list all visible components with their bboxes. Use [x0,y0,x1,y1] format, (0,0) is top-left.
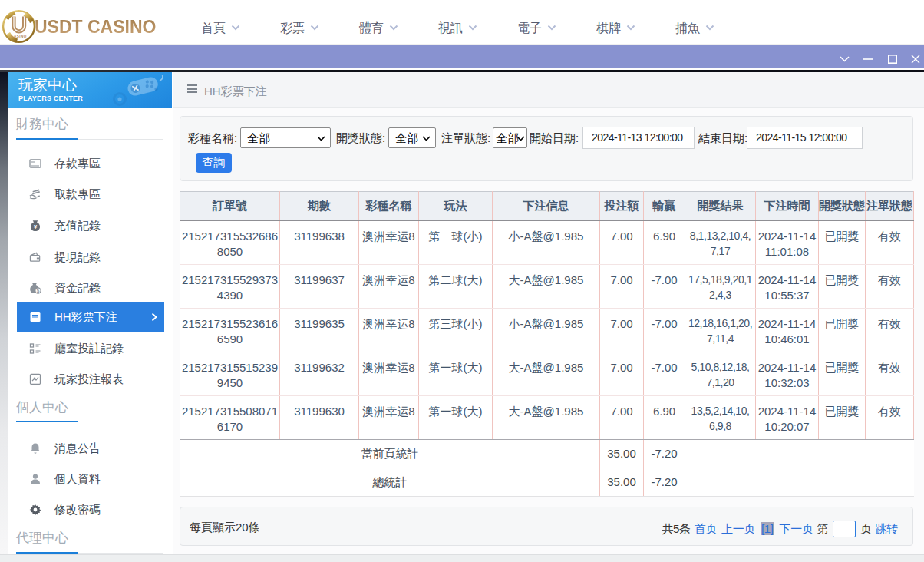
svg-text:$: $ [37,288,40,294]
svg-text:CASINO: CASINO [11,35,26,38]
